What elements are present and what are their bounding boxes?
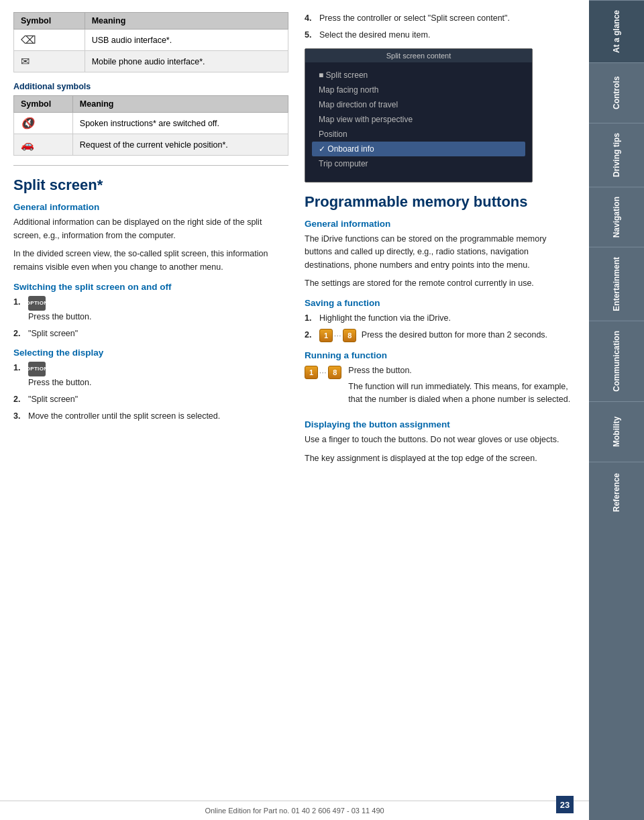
list-item: 2. 1 ··· 8 Press the desired button for … <box>305 329 576 342</box>
car-position-icon: 🚗 <box>21 139 34 150</box>
option-button-icon: OPTION <box>28 296 46 311</box>
additional-symbols-heading: Additional symbols <box>13 82 288 91</box>
col-header-meaning: Meaning <box>85 13 288 30</box>
switching-steps: 1. OPTION Press the button. 2. "Split sc… <box>13 296 288 340</box>
list-item: 1. OPTION Press the button. <box>13 296 288 323</box>
tab-navigation[interactable]: Navigation <box>589 187 644 247</box>
screen-menu-item: Position <box>312 127 525 142</box>
screen-title: Split screen content <box>305 49 532 62</box>
screen-menu-item: ■ Split screen <box>312 68 525 83</box>
additional-symbols-table: Symbol Meaning 🔇 Spoken instructions* ar… <box>13 95 288 156</box>
col-header-symbol: Symbol <box>14 13 85 30</box>
memory-buttons-icon: 1 ··· 8 <box>319 329 356 342</box>
saving-steps: 1. Highlight the function via the iDrive… <box>305 312 576 342</box>
switching-subtitle: Switching the split screen on and off <box>13 282 288 292</box>
screen-menu-item-highlighted: ✓ Onboard info <box>312 142 525 156</box>
table-row: ✉ Mobile phone audio interface*. <box>14 51 288 72</box>
col-header-meaning: Meaning <box>72 96 288 113</box>
meaning-cell: Request of the current vehicle position*… <box>72 134 288 156</box>
list-item: 5. Select the desired menu item. <box>305 29 576 42</box>
list-item: 1. OPTION Press the button. <box>13 362 288 389</box>
footer-text: Online Edition for Part no. 01 40 2 606 … <box>205 807 384 815</box>
meaning-cell: Spoken instructions* are switched off. <box>72 113 288 134</box>
selecting-subtitle: Selecting the display <box>13 348 288 358</box>
tab-controls[interactable]: Controls <box>589 62 644 123</box>
table-row: 🔇 Spoken instructions* are switched off. <box>14 113 288 134</box>
prog-general-text1: The iDrive functions can be stored on th… <box>305 233 576 272</box>
tab-communication[interactable]: Communication <box>589 321 644 401</box>
general-info-text1: Additional information can be displayed … <box>13 216 288 242</box>
left-column: Symbol Meaning ⌫ USB audio interface*. <box>13 12 288 793</box>
phone-audio-icon: ✉ <box>21 56 30 67</box>
page-footer: Online Edition for Part no. 01 40 2 606 … <box>0 801 589 820</box>
meaning-cell: USB audio interface*. <box>85 30 288 51</box>
selecting-steps: 1. OPTION Press the button. 2. "Split sc… <box>13 362 288 422</box>
displaying-subtitle: Displaying the button assignment <box>305 419 576 429</box>
symbol-cell: ⌫ <box>14 30 85 51</box>
sidebar-tabs: At a glance Controls Driving tips Naviga… <box>589 0 644 820</box>
tab-reference[interactable]: Reference <box>589 462 644 522</box>
running-subtitle: Running a function <box>305 350 576 360</box>
table-row: ⌫ USB audio interface*. <box>14 30 288 51</box>
list-item: 1. Highlight the function via the iDrive… <box>305 312 576 325</box>
programmable-title: Programmable memory buttons <box>305 193 576 211</box>
main-symbols-table: Symbol Meaning ⌫ USB audio interface*. <box>13 12 288 72</box>
list-item: 2. "Split screen" <box>13 327 288 340</box>
running-text1: Press the button. <box>348 364 576 377</box>
steps-4-5: 4. Press the controller or select "Split… <box>305 12 576 42</box>
screen-menu-item: Map direction of travel <box>312 97 525 112</box>
list-item: 3. Move the controller until the split s… <box>13 410 288 423</box>
symbol-cell: ✉ <box>14 51 85 72</box>
running-memory-buttons-icon: 1 ··· 8 <box>305 366 341 379</box>
symbol-cell: 🚗 <box>14 134 73 156</box>
split-screen-screenshot: Split screen content ■ Split screen Map … <box>305 48 533 183</box>
meaning-cell: Mobile phone audio interface*. <box>85 51 288 72</box>
running-content: 1 ··· 8 Press the button. The function w… <box>305 364 576 411</box>
table-row: 🚗 Request of the current vehicle positio… <box>14 134 288 156</box>
screen-menu-item: Trip computer <box>312 156 525 171</box>
tab-at-a-glance[interactable]: At a glance <box>589 0 644 62</box>
running-text2: The function will run immediately. This … <box>348 380 576 407</box>
usb-icon: ⌫ <box>21 34 36 46</box>
mic-off-icon: 🔇 <box>21 117 34 129</box>
main-content: Symbol Meaning ⌫ USB audio interface*. <box>0 0 589 820</box>
prog-general-text2: The settings are stored for the remote c… <box>305 277 576 290</box>
col-header-symbol: Symbol <box>14 96 73 113</box>
general-info-subtitle-left: General information <box>13 202 288 212</box>
tab-driving-tips[interactable]: Driving tips <box>589 123 644 187</box>
option-button-icon2: OPTION <box>28 362 46 376</box>
list-item: 4. Press the controller or select "Split… <box>305 12 576 25</box>
screen-menu: ■ Split screen Map facing north Map dire… <box>305 62 532 176</box>
tab-mobility[interactable]: Mobility <box>589 401 644 462</box>
screen-menu-item: Map view with perspective <box>312 112 525 127</box>
split-screen-title: Split screen* <box>13 176 288 194</box>
section-divider <box>13 165 288 166</box>
page-number: 23 <box>556 796 574 813</box>
displaying-text1: Use a finger to touch the buttons. Do no… <box>305 433 576 446</box>
list-item: 2. "Split screen" <box>13 393 288 406</box>
general-info-text2: In the divided screen view, the so-calle… <box>13 248 288 274</box>
displaying-text2: The key assignment is displayed at the t… <box>305 452 576 465</box>
screen-menu-item: Map facing north <box>312 83 525 97</box>
saving-subtitle: Saving a function <box>305 298 576 308</box>
prog-general-subtitle: General information <box>305 219 576 229</box>
right-column: 4. Press the controller or select "Split… <box>305 12 576 793</box>
tab-entertainment[interactable]: Entertainment <box>589 247 644 321</box>
symbol-cell: 🔇 <box>14 113 73 134</box>
